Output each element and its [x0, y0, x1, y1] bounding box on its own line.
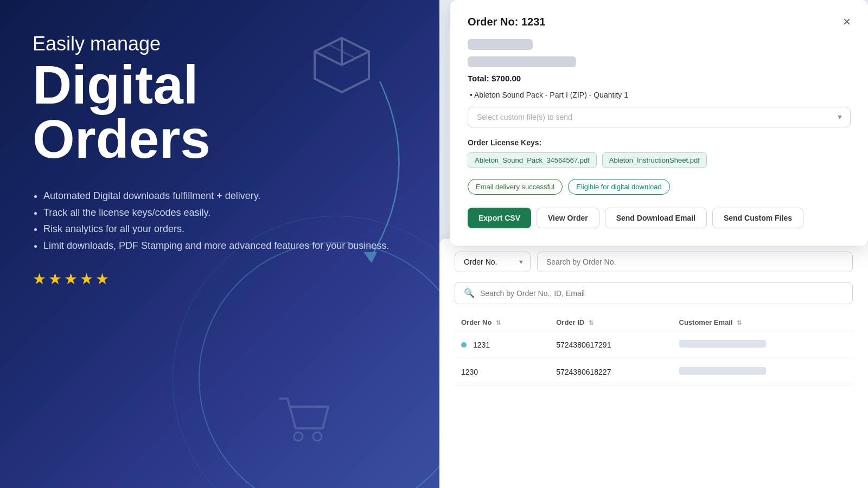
skeleton-line-medium: [468, 56, 576, 67]
license-file-badge-1[interactable]: Ableton_Sound_Pack_34564567.pdf: [468, 152, 597, 168]
row-indicator: [461, 342, 467, 348]
badge-email-delivery: Email delivery successful: [468, 179, 563, 195]
table-header: Order No ⇅ Order ID ⇅ Customer Email ⇅: [455, 314, 853, 331]
star-2: ★: [48, 270, 62, 288]
table-body: 1231 5724380617291 1230 5724380618227: [455, 331, 853, 386]
main-search-input[interactable]: [480, 289, 844, 298]
cell-order-id: 5724380618227: [550, 358, 672, 386]
star-rating: ★ ★ ★ ★ ★: [33, 270, 407, 288]
send-download-email-button[interactable]: Send Download Email: [605, 208, 707, 228]
filter-select[interactable]: Order No.: [455, 252, 531, 272]
filter-select-wrapper[interactable]: Order No.: [455, 252, 531, 272]
email-skeleton: [679, 367, 766, 375]
svg-point-1: [313, 432, 322, 441]
cell-order-id: 5724380617291: [550, 331, 672, 358]
cell-email: [673, 331, 853, 358]
license-files: Ableton_Sound_Pack_34564567.pdf Ableton_…: [468, 152, 851, 168]
cell-order-no: 1231: [455, 331, 550, 358]
arrow-curve: [271, 76, 407, 266]
left-panel: Easily manage Digital Orders Automated D…: [0, 0, 439, 488]
view-order-button[interactable]: View Order: [537, 208, 599, 228]
main-search-bar[interactable]: 🔍: [455, 282, 853, 304]
badge-eligible-download: Eligible for digital download: [568, 179, 670, 195]
sort-icon-order-no: ⇅: [496, 319, 501, 326]
order-item: Ableton Sound Pack - Part I (ZIP) - Quan…: [468, 91, 851, 99]
skeleton-line-short: [468, 39, 533, 50]
custom-files-select-wrapper[interactable]: Select custom file(s) to send: [468, 107, 851, 127]
svg-point-0: [294, 432, 303, 441]
sort-icon-email: ⇅: [737, 319, 742, 326]
table-row[interactable]: 1231 5724380617291: [455, 331, 853, 358]
table-row[interactable]: 1230 5724380618227: [455, 358, 853, 386]
modal-title: Order No: 1231: [468, 16, 545, 28]
order-total: Total: $700.00: [468, 74, 851, 83]
search-icon: 🔍: [464, 288, 475, 298]
cart-icon: [277, 396, 331, 445]
export-csv-button[interactable]: Export CSV: [468, 208, 531, 228]
modal-header: Order No: 1231 ×: [468, 15, 851, 28]
cell-order-no: 1230: [455, 358, 550, 386]
license-file-badge-2[interactable]: Ableton_InstructionSheet.pdf: [602, 152, 707, 168]
table-wrap: Order No ⇅ Order ID ⇅ Customer Email ⇅: [455, 314, 853, 386]
email-skeleton: [679, 340, 766, 348]
star-4: ★: [80, 270, 93, 288]
orders-table: Order No ⇅ Order ID ⇅ Customer Email ⇅: [455, 314, 853, 386]
col-order-no[interactable]: Order No ⇅: [455, 314, 550, 331]
close-button[interactable]: ×: [843, 15, 851, 28]
order-modal: Order No: 1231 × Total: $700.00 Ableton …: [450, 0, 868, 246]
action-buttons: Export CSV View Order Send Download Emai…: [468, 208, 851, 228]
license-keys-label: Order License Keys:: [468, 138, 851, 147]
status-badges: Email delivery successful Eligible for d…: [468, 179, 851, 195]
cell-email: [673, 358, 853, 386]
right-panel: Order No: 1231 × Total: $700.00 Ableton …: [439, 0, 868, 488]
filter-search-input[interactable]: [537, 252, 853, 272]
send-custom-files-button[interactable]: Send Custom Files: [712, 208, 803, 228]
sort-icon-order-id: ⇅: [589, 319, 593, 326]
star-1: ★: [33, 270, 46, 288]
svg-marker-2: [363, 252, 377, 263]
table-panel: Order No. 🔍 Order No ⇅ Order ID: [439, 239, 868, 488]
col-customer-email[interactable]: Customer Email ⇅: [673, 314, 853, 331]
filter-row: Order No.: [455, 252, 853, 272]
custom-files-select[interactable]: Select custom file(s) to send: [468, 107, 851, 127]
col-order-id[interactable]: Order ID ⇅: [550, 314, 672, 331]
star-5: ★: [95, 270, 109, 288]
star-3: ★: [64, 270, 78, 288]
